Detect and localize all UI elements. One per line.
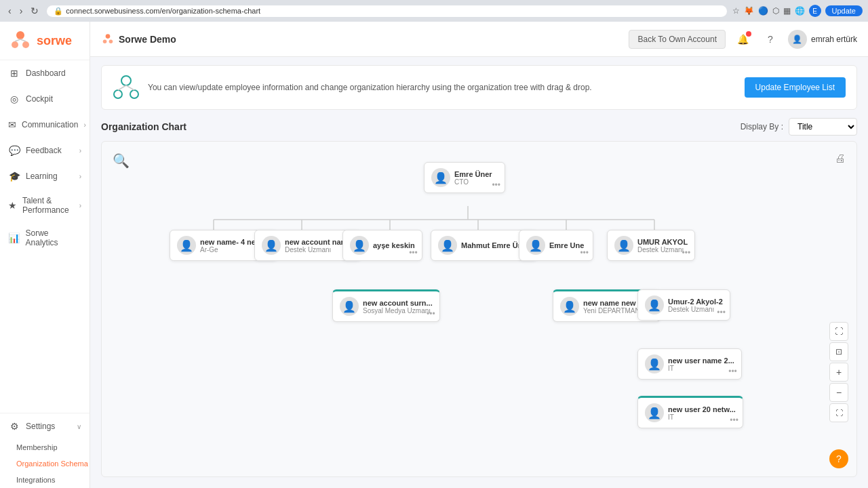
svg-point-5 — [106, 34, 111, 39]
node-name-n10: new user name 2... — [668, 357, 734, 365]
profile-icon[interactable]: E — [809, 5, 821, 17]
org-node-n5[interactable]: 👤 Emre Une ••• — [519, 230, 593, 261]
topbar-logo-icon — [101, 33, 115, 46]
cockpit-icon: ◎ — [8, 93, 20, 105]
svg-point-2 — [22, 41, 29, 48]
chart-header: Organization Chart Display By : Title De… — [90, 118, 868, 141]
display-by-select[interactable]: Title Department Name — [789, 118, 857, 136]
svg-point-7 — [109, 39, 113, 43]
sidebar-logo: sorwe — [0, 22, 90, 60]
contract-icon[interactable]: ⊡ — [829, 342, 848, 361]
avatar: 👤 — [788, 30, 807, 49]
communication-icon: ✉ — [8, 119, 16, 131]
node-info-root: Emre Üner CTO — [454, 170, 498, 186]
node-menu-n7[interactable]: ••• — [427, 309, 435, 319]
org-node-n9[interactable]: 👤 Umur-2 Akyol-2 Destek Uzmanı ••• — [637, 289, 730, 321]
node-avatar-n2: 👤 — [262, 236, 281, 255]
print-icon[interactable]: 🖨 — [835, 152, 846, 165]
svg-point-6 — [103, 39, 107, 43]
search-zoom-icon[interactable]: 🔍 — [113, 152, 130, 169]
org-node-n11[interactable]: 👤 new user 20 netw... IT ••• — [637, 396, 743, 428]
node-role-n6: Destek Uzmanı — [637, 246, 688, 253]
org-node-n7[interactable]: 👤 new account surn... Sosyal Medya Uzman… — [332, 289, 440, 322]
update-employee-list-button[interactable]: Update Employee List — [745, 77, 846, 98]
chevron-settings-icon: ∨ — [77, 423, 81, 430]
node-avatar-n9: 👤 — [645, 296, 664, 314]
back-nav-button[interactable]: ‹ — [5, 4, 14, 18]
chevron-learning-icon: › — [79, 173, 81, 180]
node-role-n7: Sosyal Medya Uzmanı — [363, 307, 433, 314]
topbar-actions: Back To Own Account 🔔 ? 👤 emrah ertürk — [629, 30, 857, 49]
node-menu-n11[interactable]: ••• — [730, 415, 738, 425]
sidebar-label-feedback: Feedback — [26, 146, 62, 155]
node-info-n6: UMUR AKYOL Destek Uzmanı — [637, 238, 688, 253]
sidebar-item-dashboard[interactable]: ⊞ Dashboard — [0, 60, 90, 86]
notifications-icon[interactable]: 🔔 — [734, 30, 753, 49]
node-name-n7: new account surn... — [363, 299, 433, 307]
analytics-icon: 📊 — [8, 232, 20, 244]
zoom-in-button[interactable]: + — [829, 363, 848, 382]
extension-icon-1[interactable]: 🦊 — [744, 6, 754, 16]
node-avatar-n1: 👤 — [177, 236, 196, 255]
zoom-controls: ⛶ ⊡ + − ⛶ — [829, 322, 848, 422]
node-menu-n6[interactable]: ••• — [682, 248, 691, 258]
sidebar-item-cockpit[interactable]: ◎ Cockpit — [0, 86, 90, 112]
browser-update-button[interactable]: Update — [825, 5, 863, 16]
node-name-root: Emre Üner — [454, 170, 498, 178]
node-role-n10: IT — [668, 365, 734, 372]
sidebar-item-learning[interactable]: 🎓 Learning › — [0, 163, 90, 189]
extension-icon-5[interactable]: 🌐 — [795, 6, 805, 16]
node-menu-n9[interactable]: ••• — [717, 308, 726, 317]
help-icon[interactable]: ? — [761, 30, 780, 49]
sidebar-item-settings[interactable]: ⚙ Settings ∨ — [0, 413, 90, 439]
user-name: emrah ertürk — [811, 35, 857, 44]
help-fab-button[interactable]: ? — [829, 449, 848, 468]
svg-point-9 — [114, 90, 122, 98]
sidebar-item-talent[interactable]: ★ Talent & Performance › — [0, 189, 90, 222]
org-node-n6[interactable]: 👤 UMUR AKYOL Destek Uzmanı ••• — [607, 230, 695, 261]
url-text: connect.sorwebusiness.com/en/organizatio… — [66, 7, 260, 15]
node-info-n9: Umur-2 Akyol-2 Destek Uzmanı — [668, 298, 723, 313]
settings-sub-membership[interactable]: Membership — [0, 439, 90, 455]
org-chart-canvas[interactable]: 🔍 🖨 — [101, 141, 857, 477]
sidebar-item-feedback[interactable]: 💬 Feedback › — [0, 138, 90, 163]
org-node-n3[interactable]: 👤 ayşe keskin ••• — [342, 230, 422, 261]
node-role-root: CTO — [454, 178, 498, 186]
main-content: Sorwe Demo Back To Own Account 🔔 ? 👤 emr… — [90, 22, 868, 488]
node-info-n7: new account surn... Sosyal Medya Uzmanı — [363, 299, 433, 314]
back-to-own-account-button[interactable]: Back To Own Account — [629, 30, 726, 49]
svg-point-0 — [16, 31, 24, 39]
sidebar-item-analytics[interactable]: 📊 Sorwe Analytics — [0, 222, 90, 254]
extension-icon-4[interactable]: ▦ — [783, 6, 791, 16]
node-menu-root[interactable]: ••• — [492, 180, 500, 190]
node-avatar-n11: 👤 — [645, 403, 664, 422]
display-by-label: Display By : — [741, 122, 783, 131]
node-info-n10: new user name 2... IT — [668, 357, 734, 372]
bookmark-icon[interactable]: ☆ — [732, 6, 740, 16]
fullscreen-button[interactable]: ⛶ — [829, 403, 848, 422]
zoom-out-button[interactable]: − — [829, 383, 848, 402]
expand-icon[interactable]: ⛶ — [829, 322, 848, 341]
sidebar-item-communication[interactable]: ✉ Communication › — [0, 112, 90, 138]
chart-title: Organization Chart — [101, 121, 186, 132]
org-node-root[interactable]: 👤 Emre Üner CTO ••• — [424, 162, 505, 193]
display-by-control: Display By : Title Department Name — [741, 118, 857, 136]
info-banner-text: You can view/update employee information… — [148, 83, 736, 92]
url-bar[interactable]: 🔒 connect.sorwebusiness.com/en/organizat… — [47, 5, 726, 17]
reload-button[interactable]: ↻ — [28, 4, 41, 18]
sidebar-label-analytics: Sorwe Analytics — [26, 228, 81, 247]
extension-icon-2[interactable]: 🔵 — [758, 6, 768, 16]
settings-sub-org-schema[interactable]: Organization Schema — [0, 455, 90, 472]
node-info-n11: new user 20 netw... IT — [668, 405, 736, 421]
node-menu-n3[interactable]: ••• — [409, 248, 418, 258]
forward-nav-button[interactable]: › — [17, 4, 26, 18]
browser-navigation[interactable]: ‹ › ↻ — [5, 4, 41, 18]
user-info[interactable]: 👤 emrah ertürk — [788, 30, 857, 49]
node-name-n9: Umur-2 Akyol-2 — [668, 298, 723, 306]
org-node-n10[interactable]: 👤 new user name 2... IT ••• — [637, 348, 742, 380]
node-avatar-n10: 👤 — [645, 354, 664, 373]
extension-icon-3[interactable]: ⬡ — [772, 6, 779, 16]
node-menu-n5[interactable]: ••• — [580, 248, 589, 258]
settings-sub-integrations[interactable]: Integrations — [0, 472, 90, 488]
node-menu-n10[interactable]: ••• — [728, 367, 737, 376]
